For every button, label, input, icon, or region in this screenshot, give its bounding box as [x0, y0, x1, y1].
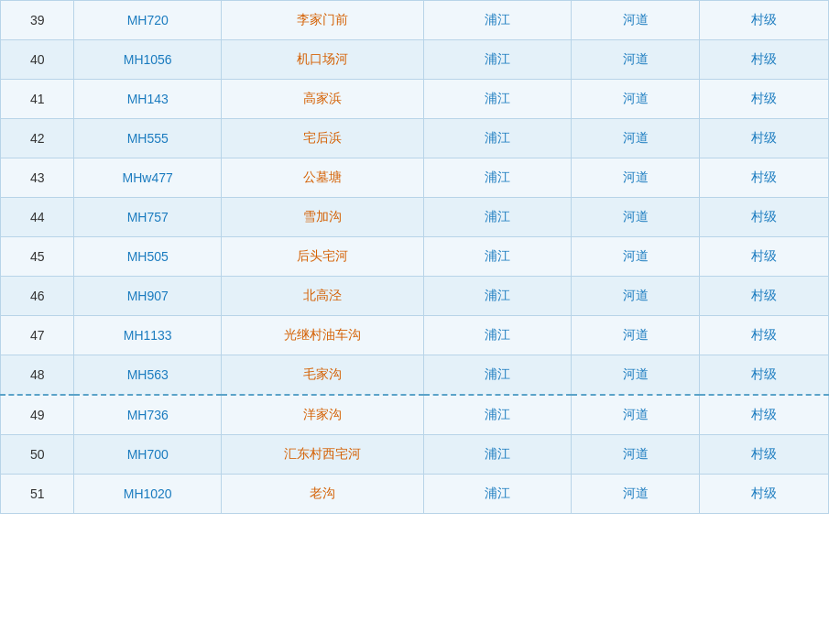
- cell-location: 浦江: [424, 435, 572, 475]
- cell-type: 河道: [571, 158, 700, 198]
- cell-location: 浦江: [424, 277, 572, 316]
- cell-level: 村级: [700, 158, 829, 198]
- cell-index: 51: [1, 475, 74, 514]
- table-row: 41 MH143 高家浜 浦江 河道 村级: [1, 80, 829, 119]
- cell-code: MH757: [74, 198, 222, 237]
- cell-location: 浦江: [424, 158, 572, 198]
- cell-code: MH143: [74, 80, 222, 119]
- cell-index: 48: [1, 355, 74, 396]
- table-container: 39 MH720 李家门前 浦江 河道 村级 40 MH1056 机口场河 浦江…: [0, 0, 829, 644]
- cell-name: 洋家沟: [222, 395, 424, 435]
- cell-type: 河道: [571, 277, 700, 316]
- cell-index: 45: [1, 237, 74, 277]
- cell-index: 46: [1, 277, 74, 316]
- cell-type: 河道: [571, 475, 700, 514]
- cell-name: 毛家沟: [222, 355, 424, 396]
- cell-index: 49: [1, 395, 74, 435]
- table-row: 48 MH563 毛家沟 浦江 河道 村级: [1, 355, 829, 396]
- cell-type: 河道: [571, 1, 700, 40]
- table-row: 49 MH736 洋家沟 浦江 河道 村级: [1, 395, 829, 435]
- cell-type: 河道: [571, 237, 700, 277]
- cell-location: 浦江: [424, 316, 572, 355]
- cell-location: 浦江: [424, 475, 572, 514]
- cell-level: 村级: [700, 237, 829, 277]
- cell-location: 浦江: [424, 198, 572, 237]
- table-row: 51 MH1020 老沟 浦江 河道 村级: [1, 475, 829, 514]
- cell-name: 汇东村西宅河: [222, 435, 424, 475]
- cell-level: 村级: [700, 475, 829, 514]
- cell-code: MH1133: [74, 316, 222, 355]
- cell-type: 河道: [571, 355, 700, 396]
- cell-level: 村级: [700, 316, 829, 355]
- cell-level: 村级: [700, 40, 829, 80]
- cell-index: 41: [1, 80, 74, 119]
- cell-level: 村级: [700, 277, 829, 316]
- cell-code: MH720: [74, 1, 222, 40]
- cell-type: 河道: [571, 80, 700, 119]
- cell-code: MHw477: [74, 158, 222, 198]
- cell-index: 40: [1, 40, 74, 80]
- table-row: 47 MH1133 光继村油车沟 浦江 河道 村级: [1, 316, 829, 355]
- cell-type: 河道: [571, 435, 700, 475]
- cell-code: MH907: [74, 277, 222, 316]
- cell-index: 44: [1, 198, 74, 237]
- cell-code: MH736: [74, 395, 222, 435]
- cell-index: 43: [1, 158, 74, 198]
- cell-location: 浦江: [424, 395, 572, 435]
- data-table: 39 MH720 李家门前 浦江 河道 村级 40 MH1056 机口场河 浦江…: [0, 0, 829, 514]
- cell-code: MH563: [74, 355, 222, 396]
- cell-type: 河道: [571, 395, 700, 435]
- cell-code: MH1020: [74, 475, 222, 514]
- cell-level: 村级: [700, 435, 829, 475]
- cell-index: 50: [1, 435, 74, 475]
- cell-code: MH555: [74, 119, 222, 158]
- cell-level: 村级: [700, 1, 829, 40]
- cell-level: 村级: [700, 119, 829, 158]
- cell-code: MH505: [74, 237, 222, 277]
- cell-level: 村级: [700, 395, 829, 435]
- cell-code: MH1056: [74, 40, 222, 80]
- cell-location: 浦江: [424, 355, 572, 396]
- cell-name: 后头宅河: [222, 237, 424, 277]
- cell-name: 高家浜: [222, 80, 424, 119]
- table-row: 44 MH757 雪加沟 浦江 河道 村级: [1, 198, 829, 237]
- cell-location: 浦江: [424, 237, 572, 277]
- table-row: 39 MH720 李家门前 浦江 河道 村级: [1, 1, 829, 40]
- cell-name: 宅后浜: [222, 119, 424, 158]
- table-row: 43 MHw477 公墓塘 浦江 河道 村级: [1, 158, 829, 198]
- cell-location: 浦江: [424, 1, 572, 40]
- table-row: 45 MH505 后头宅河 浦江 河道 村级: [1, 237, 829, 277]
- cell-level: 村级: [700, 198, 829, 237]
- table-row: 50 MH700 汇东村西宅河 浦江 河道 村级: [1, 435, 829, 475]
- cell-type: 河道: [571, 316, 700, 355]
- cell-location: 浦江: [424, 40, 572, 80]
- cell-type: 河道: [571, 198, 700, 237]
- cell-name: 老沟: [222, 475, 424, 514]
- cell-index: 47: [1, 316, 74, 355]
- cell-type: 河道: [571, 40, 700, 80]
- cell-name: 光继村油车沟: [222, 316, 424, 355]
- cell-name: 雪加沟: [222, 198, 424, 237]
- cell-name: 北高泾: [222, 277, 424, 316]
- cell-name: 机口场河: [222, 40, 424, 80]
- cell-name: 李家门前: [222, 1, 424, 40]
- cell-name: 公墓塘: [222, 158, 424, 198]
- cell-level: 村级: [700, 80, 829, 119]
- cell-code: MH700: [74, 435, 222, 475]
- cell-type: 河道: [571, 119, 700, 158]
- table-row: 40 MH1056 机口场河 浦江 河道 村级: [1, 40, 829, 80]
- cell-location: 浦江: [424, 80, 572, 119]
- cell-level: 村级: [700, 355, 829, 396]
- cell-index: 39: [1, 1, 74, 40]
- cell-index: 42: [1, 119, 74, 158]
- cell-location: 浦江: [424, 119, 572, 158]
- table-row: 46 MH907 北高泾 浦江 河道 村级: [1, 277, 829, 316]
- table-row: 42 MH555 宅后浜 浦江 河道 村级: [1, 119, 829, 158]
